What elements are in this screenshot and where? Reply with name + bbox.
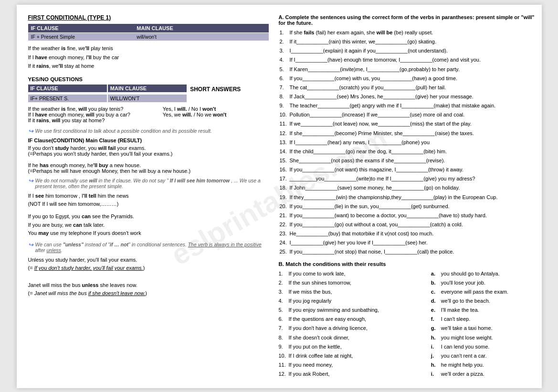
num-23: 23. xyxy=(279,229,288,238)
num-20: 20. xyxy=(279,202,288,211)
m-l11: 11.If you need money, xyxy=(278,360,428,369)
arrow-icon1: ↪ xyxy=(28,127,33,135)
sentence-15: 15. She___________(not pass) the exams i… xyxy=(279,156,539,165)
m-l3: 3.If we miss the bus, xyxy=(278,287,428,296)
table1-val2: will/won't xyxy=(137,34,266,40)
sent-12: If she___________(become) Prime Minister… xyxy=(289,129,474,138)
unless-ex4: (= Janet will miss the bus if she doesn'… xyxy=(28,289,269,298)
sent-3: I___________(explain) it again if you___… xyxy=(289,46,447,55)
sent-23: He___________(buy) that motorbike if it … xyxy=(289,229,433,238)
sent-19: If they___________(win) the championship… xyxy=(289,193,497,201)
sent-10: Pollution___________(increase) If we____… xyxy=(289,110,464,119)
sentence-1: 1. If she fails (fail) her exam again, s… xyxy=(279,28,539,37)
sent-20: If you___________(lie) in the sun, you__… xyxy=(289,202,449,211)
yn-s3 xyxy=(188,95,269,102)
m-l12: 12.If you ask Robert, xyxy=(278,370,428,378)
m-r3: c.everyone will pass the exam. xyxy=(431,287,540,296)
can-ex1: If you go to Egypt, you can see the Pyra… xyxy=(28,212,269,221)
num-19: 19. xyxy=(279,193,288,201)
sent-5: If Karen___________(invite)me, I________… xyxy=(289,65,459,74)
yn-ans1: Yes, I will. / No I won't xyxy=(163,106,269,112)
num-21: 21. xyxy=(279,211,288,220)
note2: ↪ We do not normally use will in the if … xyxy=(28,178,269,189)
yn-header1: IF CLAUSE xyxy=(28,85,107,92)
sent-11: If we___________(not leave) now, we_____… xyxy=(289,119,471,128)
sentence-22: 22. If you___________(go) out without a … xyxy=(279,220,539,229)
yn-header2: MAIN CLAUSE xyxy=(108,85,187,92)
sent-14: If the child___________(go) near the dog… xyxy=(289,147,447,156)
arrow-icon2: ↪ xyxy=(28,177,33,184)
yn-ex2: If I have enough money, will you buy a c… xyxy=(28,112,158,117)
yn-h3: SHORT ANSWERS xyxy=(188,85,269,94)
m-r5: e.I'll make the tea. xyxy=(431,306,540,314)
unless-ex3: Janet will miss the bus unless she leave… xyxy=(28,281,269,290)
m-l8: 8.If she doesn't cook dinner, xyxy=(278,333,428,342)
sentence-24: 24. I___________(give) her you love if I… xyxy=(279,238,539,247)
sentence-9: 9. The teacher___________(get) angry wit… xyxy=(279,101,539,110)
m-l2: 2.If the sun shines tomorrow, xyxy=(278,278,428,287)
sentence-20: 20. If you___________(lie) in the sun, y… xyxy=(279,202,539,211)
yn-ex1: If the weather is fine, will you play te… xyxy=(28,106,158,112)
sent-16: If you___________(not want) this magazin… xyxy=(289,165,463,174)
table1-col1: IF CLAUSE xyxy=(31,25,137,31)
section-b: B. Match the conditions with their resul… xyxy=(278,261,539,379)
m-l1: 1.If you come to work late, xyxy=(278,269,428,278)
sent-9: The teacher___________(get) angry with m… xyxy=(289,101,495,110)
yn-sub2: WILL/WON'T xyxy=(108,95,187,102)
yn-s1: IF+ PRESENT S. xyxy=(28,95,107,102)
sentence-6: 6. If you___________(come) with us, you_… xyxy=(279,74,539,83)
note2-text: We do not normally use will in the if cl… xyxy=(35,178,269,189)
right-column: A. Complete the sentences using the corr… xyxy=(278,14,539,379)
clause-title: IF Clause(CONDITION) Main Clause (RESULT… xyxy=(28,138,269,143)
yn-sub-row: IF+ PRESENT S. WILL/WON'T xyxy=(28,95,269,102)
sentence-17: 17. _________you___________(write)to me … xyxy=(279,174,539,183)
yn-ex-right: Yes, I will. / No I won't Yes, we will. … xyxy=(163,106,269,123)
sent-2: If it___________(rain) this winter, we__… xyxy=(289,37,436,46)
m-l4: 4.If you jog regularly xyxy=(278,297,428,305)
note1: ↪ We use first conditional to talk about… xyxy=(28,128,269,135)
sentence-3: 3. I___________(explain) it again if you… xyxy=(279,46,539,55)
num-6: 6. xyxy=(279,74,288,83)
num-7: 7. xyxy=(279,83,288,92)
num-5: 5. xyxy=(279,65,288,74)
ex1-1: If the weather is fine, we'll play tenis xyxy=(28,44,269,53)
num-25: 25. xyxy=(279,247,288,256)
sentence-25: 25. If you___________(not stop) that noi… xyxy=(279,247,539,256)
clause-section: IF Clause(CONDITION) Main Clause (RESULT… xyxy=(28,138,269,174)
sentence-11: 11. If we___________(not leave) now, we_… xyxy=(279,119,539,128)
sent-24: I___________(give) her you love if I____… xyxy=(289,238,427,247)
sentence-7: 7. The cat___________(scratch) you if yo… xyxy=(279,83,539,92)
yn-ex-left: If the weather is fine, will you play te… xyxy=(28,106,158,123)
sent-1: If she fails (fail) her exam again, she … xyxy=(289,28,433,37)
sentence-14: 14. If the child___________(go) near the… xyxy=(279,147,539,156)
sent-25: If you___________(not stop) that noise, … xyxy=(289,247,454,256)
see-ex1: If I see him tomorrow , I'll tell him th… xyxy=(28,192,269,201)
yn-s2: WILL/WON'T xyxy=(108,95,187,102)
sentence-23: 23. He___________(buy) that motorbike if… xyxy=(279,229,539,238)
can-ex3: You may use my telephone If yours doesn'… xyxy=(28,229,269,238)
yn-header3: SHORT ANSWERS xyxy=(188,85,269,94)
match-cols: 1.If you come to work late, 2.If the sun… xyxy=(278,269,539,379)
sent-22: If you___________(go) out without a coat… xyxy=(289,220,463,229)
table1-val1: IF + Present Simple xyxy=(31,34,137,40)
num-12: 12. xyxy=(279,129,288,138)
num-3: 3. xyxy=(279,46,288,55)
m-l5: 5.If you enjoy swimming and sunbathing, xyxy=(278,306,428,314)
m-r12: i.we'll order a pizza. xyxy=(431,370,540,378)
num-2: 2. xyxy=(279,37,288,46)
sentence-13: 13. If I___________(hear) any news, I___… xyxy=(279,138,539,147)
sentences-list: 1. If she fails (fail) her exam again, s… xyxy=(278,28,539,256)
sentence-5: 5. If Karen___________(invite)me, I_____… xyxy=(279,65,539,74)
num-17: 17. xyxy=(279,174,288,183)
sent-18: If John___________(save) some money, he_… xyxy=(289,183,460,192)
sent-8: If Jack___________(see) Mrs Jones, he___… xyxy=(289,92,473,101)
ex1-2: If I have enough money, I'll buy the car xyxy=(28,53,269,62)
can-ex2: If you are busy, we can talk later. xyxy=(28,221,269,230)
clause-ex4: (=Perhaps he will have enough Money, the… xyxy=(28,168,269,174)
can-examples: If you go to Egypt, you can see the Pyra… xyxy=(28,212,269,238)
m-r1: a.you should go to Antalya. xyxy=(431,269,540,278)
yesno-section: YES/NO QUESTIONS IF CLAUSE MAIN CLAUSE S… xyxy=(28,76,269,123)
yn-ans2: Yes, we will. / No we won't xyxy=(163,112,269,117)
m-r4: d.we'll go to the beach. xyxy=(431,297,540,305)
yn-ex3: If it rains, will you stay at home? xyxy=(28,117,158,123)
